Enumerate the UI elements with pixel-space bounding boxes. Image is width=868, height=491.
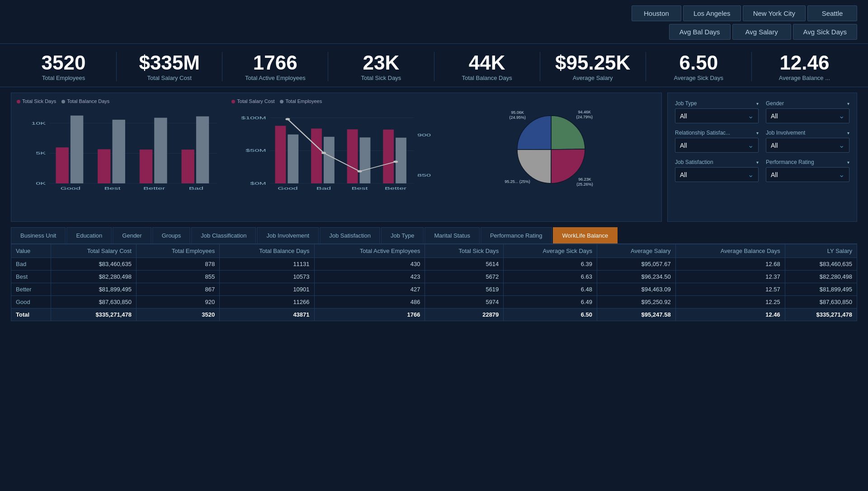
filter-select-dropdown[interactable]: All ⌄ [675, 138, 759, 153]
table-cell: 11131 [220, 258, 314, 271]
kpi-value: 12.46 [756, 52, 853, 74]
filter-select-dropdown[interactable]: All ⌄ [766, 138, 849, 153]
chevron-down-icon: ▾ [756, 101, 759, 106]
svg-rect-36 [396, 138, 406, 183]
table-total-cell: 1766 [314, 309, 425, 321]
tab-item[interactable]: Gender [113, 227, 151, 243]
table-cell: 423 [314, 271, 425, 283]
table-cell: 867 [136, 283, 219, 296]
svg-text:Good: Good [278, 186, 298, 191]
tab-item[interactable]: Marital Status [425, 227, 479, 243]
table-cell: Better [11, 283, 51, 296]
metric-filter-btn[interactable]: Avg Salary [732, 24, 791, 40]
svg-text:0K: 0K [36, 181, 46, 186]
table-header: Total Salary Cost [51, 244, 137, 258]
city-filter-btn[interactable]: Seattle [807, 5, 857, 21]
filter-select-dropdown[interactable]: All ⌄ [675, 108, 759, 123]
table-row: Best$82,280,4988551057342356726.63$96,23… [11, 271, 857, 283]
kpi-value: 44K [439, 52, 535, 74]
table-header: Average Balance Days [675, 244, 785, 258]
tab-item[interactable]: Performance Rating [481, 227, 552, 243]
svg-text:(25.26%): (25.26%) [577, 182, 594, 187]
table-cell: 5619 [425, 283, 504, 296]
filter-select-dropdown[interactable]: All ⌄ [766, 108, 849, 123]
svg-text:Best: Best [352, 186, 368, 191]
table-cell: 6.39 [504, 258, 597, 271]
table-cell: 486 [314, 296, 425, 309]
table-header: Average Salary [597, 244, 676, 258]
svg-rect-9 [113, 120, 125, 183]
metric-filter-btn[interactable]: Avg Bal Days [669, 24, 731, 40]
chevron-down-icon: ▾ [847, 101, 849, 106]
filter-label: Performance Rating ▾ [766, 159, 849, 165]
table-header: Total Sick Days [425, 244, 504, 258]
table-cell: 5672 [425, 271, 504, 283]
table-cell: 10573 [220, 271, 314, 283]
svg-rect-33 [360, 138, 371, 184]
filter-select-dropdown[interactable]: All ⌄ [675, 167, 759, 182]
table-cell: 920 [136, 296, 219, 309]
city-filter-group: HoustonLos AngelesNew York CitySeattle [632, 5, 857, 21]
table-total-cell: 22879 [425, 309, 504, 321]
chart2-legend: Total Salary CostTotal Employees [231, 98, 441, 104]
svg-text:(24.79%): (24.79%) [576, 115, 593, 120]
chevron-down-icon: ▾ [756, 160, 759, 165]
metric-filter-group: Avg Bal DaysAvg SalaryAvg Sick Days [669, 24, 857, 40]
legend-item: Total Balance Days [61, 98, 109, 104]
svg-text:Better: Better [143, 186, 165, 191]
kpi-label: Total Active Employees [227, 75, 323, 81]
table-total-row: Total$335,271,4783520438711766228796.50$… [11, 309, 857, 321]
table-cell: $87,630,850 [785, 296, 857, 309]
table-header: Total Balance Days [220, 244, 314, 258]
svg-rect-10 [98, 150, 110, 184]
filter-group: Job Type ▾ All ⌄ [675, 100, 759, 123]
kpi-value: 23K [333, 52, 429, 74]
table-cell: 6.63 [504, 271, 597, 283]
kpi-item: 44KTotal Balance Days [434, 52, 540, 81]
chevron-down-icon: ⌄ [839, 112, 844, 120]
bar-chart-2: Total Salary CostTotal Employees $0M$50M… [231, 98, 441, 216]
tab-item[interactable]: Job Classification [191, 227, 256, 243]
svg-text:Bad: Bad [316, 186, 331, 191]
table-total-cell: 12.46 [675, 309, 785, 321]
filter-group: Relationship Satisfac... ▾ All ⌄ [675, 130, 759, 153]
tab-item[interactable]: Education [66, 227, 112, 243]
tab-item[interactable]: Business Unit [11, 227, 66, 243]
data-table: ValueTotal Salary CostTotal EmployeesTot… [11, 244, 857, 321]
city-filter-btn[interactable]: Houston [632, 5, 681, 21]
table-total-cell: $95,247.58 [597, 309, 676, 321]
chevron-down-icon: ⌄ [839, 141, 844, 150]
svg-rect-12 [154, 118, 167, 183]
city-filter-btn[interactable]: New York City [743, 5, 806, 21]
kpi-label: Total Balance Days [439, 75, 535, 81]
table-header: LY Salary [785, 244, 857, 258]
header: HoustonLos AngelesNew York CitySeattle A… [0, 0, 868, 44]
table-row: Better$81,899,4958671090142756196.48$94,… [11, 283, 857, 296]
kpi-value: 3520 [15, 52, 112, 74]
table-cell: 430 [314, 258, 425, 271]
tab-item[interactable]: Job Involvement [257, 227, 319, 243]
svg-text:(24.95%): (24.95%) [509, 115, 526, 120]
tab-item[interactable]: Job Satisfaction [320, 227, 380, 243]
metric-filter-btn[interactable]: Avg Sick Days [793, 24, 857, 40]
table-cell: 5974 [425, 296, 504, 309]
filter-select-dropdown[interactable]: All ⌄ [766, 167, 849, 182]
tab-item[interactable]: WorkLife Balance [553, 227, 618, 243]
svg-rect-15 [196, 117, 209, 183]
kpi-value: $95.25K [545, 52, 641, 74]
pie-container: 94.46K(24.79%)96.23K(25.26%)95.25... (25… [447, 98, 656, 198]
tab-item[interactable]: Groups [152, 227, 191, 243]
pie-chart: 94.46K(24.79%)96.23K(25.26%)95.25... (25… [447, 98, 656, 216]
kpi-label: Total Salary Cost [121, 75, 217, 81]
filter-label: Job Type ▾ [675, 100, 759, 107]
svg-text:Bad: Bad [189, 186, 203, 191]
tab-item[interactable]: Job Type [381, 227, 424, 243]
table-cell: 5614 [425, 258, 504, 271]
table-cell: $96,234.50 [597, 271, 676, 283]
kpi-item: 3520Total Employees [11, 52, 117, 81]
bar-chart-1: Total Sick DaysTotal Balance Days 0K5K10… [17, 98, 226, 216]
kpi-label: Total Employees [15, 75, 112, 81]
table-header: Total Employees [136, 244, 219, 258]
filter-group: Job Involvement ▾ All ⌄ [766, 130, 849, 153]
city-filter-btn[interactable]: Los Angeles [683, 5, 741, 21]
